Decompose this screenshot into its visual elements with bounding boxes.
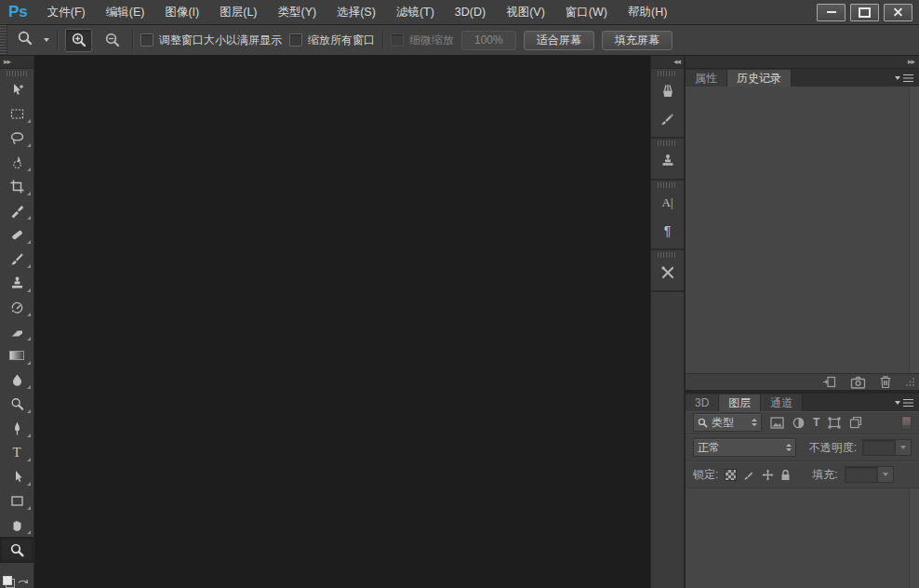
zoom-tool-icon[interactable] [17,30,33,50]
menu-select[interactable]: 选择(S) [326,0,386,24]
resize-windows-checkbox[interactable] [140,33,153,47]
clone-stamp-tool[interactable] [0,271,33,295]
tool-preset-caret-icon[interactable] [44,38,49,42]
quick-selection-tool[interactable] [0,150,33,174]
character-panel-icon[interactable]: A| [651,189,684,217]
menu-image[interactable]: 图像(I) [154,0,209,24]
dodge-tool[interactable] [0,392,33,416]
move-tool[interactable] [0,77,33,101]
history-brush-tool[interactable] [0,295,33,319]
panels-collapse-arrows-icon[interactable]: ▸▸ [686,56,919,69]
paragraph-panel-icon[interactable]: ¶ [651,217,684,245]
layer-filter-toggle[interactable] [901,416,912,430]
delete-icon[interactable] [879,375,892,389]
tools-collapse-arrows-icon[interactable]: ▸▸ [0,56,33,69]
blur-tool[interactable] [0,368,33,392]
blend-mode-dropdown[interactable]: 正常 [693,438,796,457]
photoshop-logo: Ps [0,3,37,21]
history-brush-tool-icon [9,300,25,315]
type-tool[interactable]: T [0,440,33,464]
history-panel-menu-icon[interactable] [895,70,919,87]
menu-filter[interactable]: 滤镜(T) [386,0,445,24]
menu-file[interactable]: 文件(F) [37,0,96,24]
opacity-dropdown-button [895,439,912,456]
history-panel-footer [686,373,919,390]
menu-window[interactable]: 窗口(W) [555,0,618,24]
lock-position-icon[interactable] [762,469,774,481]
layers-filter-row: 类型 T [686,411,919,434]
pixel-layer-filter-icon[interactable] [770,417,784,429]
zoom-all-windows-checkbox[interactable] [289,33,302,47]
dock-collapse-arrows-icon[interactable]: ◂◂ [651,56,684,69]
dodge-tool-icon [9,396,25,412]
path-selection-tool[interactable] [0,464,33,488]
layer-filter-type-dropdown[interactable]: 类型 [693,413,762,432]
type-layer-filter-icon[interactable]: T [813,416,819,429]
menu-help[interactable]: 帮助(H) [618,0,677,24]
dock-grip[interactable] [658,71,677,76]
quick-selection-tool-icon [9,154,25,170]
blur-tool-icon [9,372,25,388]
adjustment-layer-filter-icon[interactable] [792,417,805,429]
zoom-out-button[interactable] [100,30,125,51]
options-bar-grip[interactable] [0,25,7,55]
eraser-tool[interactable] [0,319,33,343]
new-snapshot-icon[interactable] [850,376,866,389]
crop-tool[interactable] [0,174,33,198]
lock-paint-icon[interactable] [743,469,755,481]
healing-brush-tool-icon [9,227,25,243]
tab-3d[interactable]: 3D [686,394,719,411]
dock-grip[interactable] [658,182,677,188]
pen-tool[interactable] [0,416,33,440]
tab-history[interactable]: 历史记录 [727,70,792,87]
rectangle-tool[interactable] [0,488,33,513]
collapsed-panel-dock: ◂◂ A| ¶ [651,56,684,588]
panel-resize-grip-icon[interactable] [905,377,915,387]
shape-layer-filter-icon[interactable] [828,417,841,429]
layers-panel-menu-icon[interactable] [895,394,919,411]
gradient-tool[interactable] [0,343,33,368]
smart-object-filter-icon[interactable] [849,416,862,429]
swap-colors-icon[interactable] [17,579,29,588]
layers-scrollbar[interactable] [909,488,919,588]
menu-layer[interactable]: 图层(L) [209,0,267,24]
menu-3d[interactable]: 3D(D) [445,0,496,24]
lock-all-icon[interactable] [780,469,791,481]
filter-type-label: 类型 [712,415,734,431]
brush-tool-icon [9,251,25,267]
zoom-in-button[interactable] [65,29,92,52]
lock-transparency-icon[interactable] [725,469,737,481]
fill-screen-button[interactable]: 填充屏幕 [602,31,673,50]
layers-list[interactable] [686,488,919,588]
tab-properties[interactable]: 属性 [686,70,727,87]
foreground-background-swatches[interactable] [3,576,15,588]
tools-grip[interactable] [7,71,27,76]
dock-grip[interactable] [658,252,677,258]
brush-settings-icon[interactable] [651,105,684,133]
rectangular-marquee-tool[interactable] [0,101,33,126]
tab-layers[interactable]: 图层 [719,394,761,411]
fill-dropdown [845,466,894,483]
canvas-workspace[interactable] [34,56,650,588]
new-document-from-state-icon[interactable] [822,375,837,389]
brush-presets-icon[interactable] [651,77,684,105]
fit-screen-button[interactable]: 适合屏幕 [524,31,594,50]
dock-grip[interactable] [658,140,677,146]
hand-tool[interactable] [0,513,33,537]
history-scrollbar[interactable] [909,87,919,373]
clone-source-icon[interactable] [651,147,684,175]
zoom-tool[interactable] [0,537,33,563]
lasso-tool[interactable] [0,126,33,150]
spot-healing-brush-tool[interactable] [0,222,33,247]
tab-channels[interactable]: 通道 [761,394,803,411]
menu-edit[interactable]: 编辑(E) [96,0,155,24]
eyedropper-tool[interactable] [0,198,33,222]
maximize-button[interactable] [850,4,879,21]
menu-type[interactable]: 类型(Y) [268,0,327,24]
menu-view[interactable]: 视图(V) [496,0,555,24]
brush-tool[interactable] [0,247,33,271]
maximize-icon [859,7,871,18]
tool-presets-icon[interactable] [651,259,684,287]
minimize-button[interactable] [817,4,846,21]
close-button[interactable] [884,4,912,21]
